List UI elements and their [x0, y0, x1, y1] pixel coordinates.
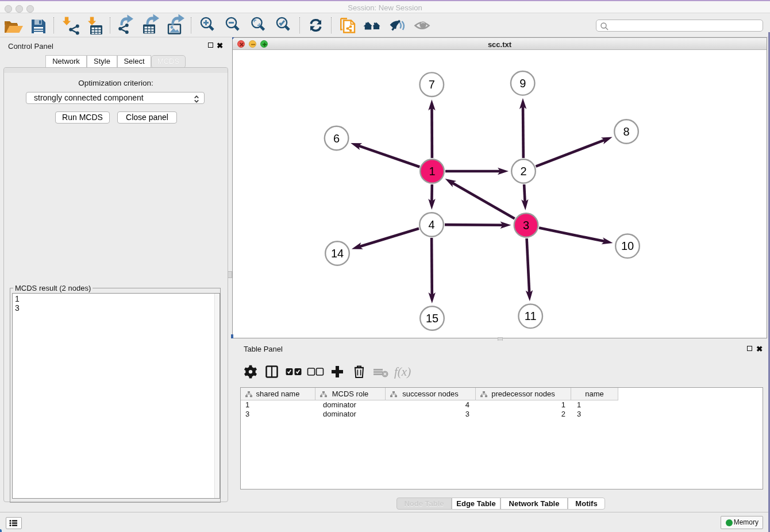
svg-text:3: 3	[523, 219, 529, 232]
svg-text:2: 2	[520, 165, 526, 178]
svg-text:11: 11	[525, 310, 537, 322]
svg-text:4: 4	[428, 218, 434, 231]
svg-text:f(x): f(x)	[394, 365, 411, 379]
svg-text:6: 6	[333, 132, 340, 145]
svg-text:10: 10	[621, 240, 634, 252]
svg-text:15: 15	[426, 312, 438, 325]
svg-text:8: 8	[623, 125, 629, 138]
svg-text:14: 14	[331, 247, 344, 260]
svg-text:9: 9	[519, 77, 526, 90]
svg-text:7: 7	[429, 78, 435, 91]
svg-text:1: 1	[429, 165, 435, 178]
